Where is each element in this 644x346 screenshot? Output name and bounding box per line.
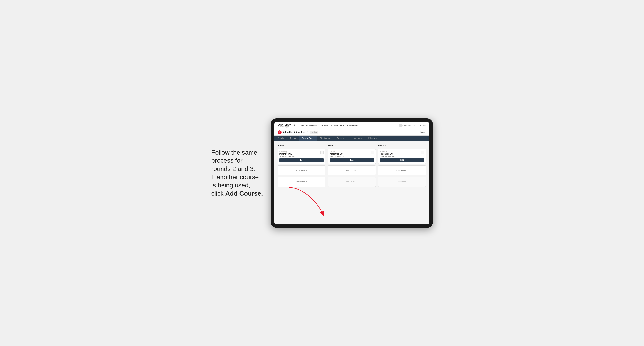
r2-course-card-header: (Course A) Peachtree GC Yellow (M) (6629… [330, 151, 374, 157]
tab-tee-groups[interactable]: Tee Groups [317, 136, 334, 141]
instruction-line1: Follow the same [211, 149, 257, 156]
r2-card-copy-btn[interactable]: ⋮ [371, 151, 374, 154]
round-3-add-course-1[interactable]: Add Course + [378, 166, 426, 175]
course-details: Yellow (M) (6629 yds) [279, 155, 294, 157]
r2-course-card-info: (Course A) Peachtree GC Yellow (M) (6629… [330, 151, 345, 157]
add-icon: + [306, 169, 307, 171]
round-1-add-course-2[interactable]: Add Course + [278, 177, 326, 187]
nav-rankings[interactable]: RANKINGS [347, 124, 358, 127]
r3-add-course-text-2: Add Course + [396, 180, 408, 183]
r3-course-card-header: (Course A) Peachtree GC Yellow (M) (6629… [380, 151, 424, 157]
add-course-label: Add Course [296, 169, 306, 171]
tournament-info: C Clippd Invitational (Men) Hosting [278, 130, 318, 134]
r2-course-details: Yellow (M) (6629 yds) [330, 155, 345, 157]
instruction-bold: Add Course. [225, 190, 263, 197]
tab-leaderboards[interactable]: Leaderboards [347, 136, 365, 141]
round-2-add-course-2: Add Course + [328, 177, 376, 187]
r2-course-name: Peachtree GC [330, 153, 345, 155]
round-2-title: Round 2 [328, 145, 376, 147]
tablet-screen: SCOREBOARD Powered by clippd TOURNAMENTS… [274, 122, 429, 224]
add-course-text-2: Add Course + [296, 180, 307, 183]
powered-by: Powered by clippd [278, 126, 295, 127]
r2-add-course-label-2: Add Course [346, 181, 356, 183]
tabs-bar: Details Teams Course Setup Tee Groups Re… [274, 136, 429, 141]
round-1-course-card: (Course A) Peachtree GC Yellow (M) (6629… [278, 149, 326, 164]
tournament-men: (Men) [304, 131, 308, 133]
round-1-column: Round 1 (Course A) Peachtree GC Yellow (… [278, 145, 326, 187]
user-info: blair@clippd.io | Sign out [399, 124, 426, 127]
round-2-course-card: (Course A) Peachtree GC Yellow (M) (6629… [328, 149, 376, 164]
r2-add-course-text-1: Add Course + [346, 169, 357, 171]
nav-committee[interactable]: COMMITTEE [331, 124, 344, 127]
instruction-line5: is being used, [211, 181, 250, 189]
tab-teams[interactable]: Teams [287, 136, 299, 141]
r2-add-icon: + [356, 169, 357, 171]
tab-details[interactable]: Details [274, 136, 287, 141]
rounds-grid: Round 1 (Course A) Peachtree GC Yellow (… [278, 145, 426, 187]
tablet-frame: SCOREBOARD Powered by clippd TOURNAMENTS… [271, 119, 433, 228]
r3-add-course-label: Add Course [396, 169, 406, 171]
r3-course-details: Yellow (M) (6629 yds) [380, 155, 395, 157]
course-card-header: (Course A) Peachtree GC Yellow (M) (6629… [279, 151, 324, 157]
round-1-add-course-1[interactable]: Add Course + [278, 166, 326, 175]
r3-add-icon-2: + [406, 180, 408, 183]
r2-course-label: (Course A) [330, 151, 345, 153]
separator: | [417, 124, 418, 126]
round-1-title: Round 1 [278, 145, 326, 147]
round-3-title: Round 3 [378, 145, 426, 147]
r3-add-course-label-2: Add Course [396, 181, 406, 183]
course-name: Peachtree GC [279, 153, 294, 155]
course-card-actions: ⋮ [320, 151, 324, 154]
r3-course-name: Peachtree GC [380, 153, 395, 155]
logo-text: SCOREBOARD [278, 124, 295, 126]
round-1-edit-button[interactable]: Edit [279, 158, 324, 162]
scoreboard-logo: SCOREBOARD Powered by clippd [278, 124, 295, 127]
instruction-line4: If another course [211, 173, 259, 180]
instruction-line2: process for [211, 157, 242, 164]
top-nav: SCOREBOARD Powered by clippd TOURNAMENTS… [274, 122, 429, 129]
add-course-text-1: Add Course + [296, 169, 307, 171]
round-3-edit-button[interactable]: Edit [380, 158, 424, 162]
main-content: Round 1 (Course A) Peachtree GC Yellow (… [274, 141, 429, 224]
round-3-course-card: (Course A) Peachtree GC Yellow (M) (6629… [378, 149, 426, 164]
r3-course-card-actions: ⋮ [421, 151, 424, 154]
card-copy-btn[interactable]: ⋮ [320, 151, 324, 154]
sub-header: C Clippd Invitational (Men) Hosting Canc… [274, 129, 429, 136]
add-icon-2: + [306, 180, 307, 183]
add-course-label-2: Add Course [296, 181, 306, 183]
r2-add-course-text-2: Add Course + [346, 180, 357, 183]
r2-add-icon-2: + [356, 180, 357, 183]
instruction-line6: click [211, 190, 225, 197]
tab-results[interactable]: Results [334, 136, 347, 141]
round-3-column: Round 3 (Course A) Peachtree GC Yellow (… [378, 145, 426, 187]
tournament-name: Clippd Invitational [283, 131, 302, 134]
instruction-line3: rounds 2 and 3. [211, 165, 255, 172]
course-label: (Course A) [279, 151, 294, 153]
sign-out-link[interactable]: Sign out [420, 124, 426, 126]
r3-course-card-info: (Course A) Peachtree GC Yellow (M) (6629… [380, 151, 395, 157]
r3-course-label: (Course A) [380, 151, 395, 153]
r2-course-card-actions: ⋮ [371, 151, 374, 154]
hosting-badge: Hosting [310, 131, 318, 134]
round-2-add-course-1[interactable]: Add Course + [328, 166, 376, 175]
tab-printables[interactable]: Printables [365, 136, 380, 141]
r3-card-copy-btn[interactable]: ⋮ [421, 151, 424, 154]
round-2-column: Round 2 (Course A) Peachtree GC Yellow (… [328, 145, 376, 187]
round-2-edit-button[interactable]: Edit [330, 158, 374, 162]
page-wrapper: Follow the same process for rounds 2 and… [4, 119, 640, 228]
course-card-info: (Course A) Peachtree GC Yellow (M) (6629… [279, 151, 294, 157]
nav-links: TOURNAMENTS TEAMS COMMITTEE RANKINGS [301, 124, 395, 127]
user-avatar [399, 124, 402, 127]
round-3-add-course-2: Add Course + [378, 177, 426, 187]
tab-course-setup[interactable]: Course Setup [299, 136, 317, 141]
clippd-icon: C [278, 130, 282, 134]
r3-add-icon: + [406, 169, 408, 171]
user-email: blair@clippd.io [404, 124, 416, 126]
nav-teams[interactable]: TEAMS [320, 124, 328, 127]
nav-tournaments[interactable]: TOURNAMENTS [301, 124, 318, 127]
instruction-text: Follow the same process for rounds 2 and… [211, 149, 263, 198]
cancel-button[interactable]: Cancel [420, 131, 426, 133]
r3-add-course-text-1: Add Course + [396, 169, 408, 171]
r2-add-course-label: Add Course [346, 169, 356, 171]
